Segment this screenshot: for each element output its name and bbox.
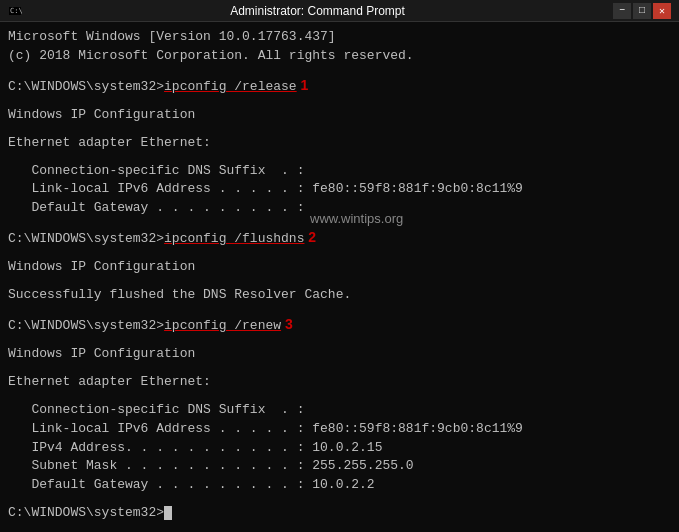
- terminal-line: Windows IP Configuration: [8, 345, 671, 364]
- close-button[interactable]: ✕: [653, 3, 671, 19]
- cursor: [164, 506, 172, 520]
- terminal-line: Windows IP Configuration: [8, 258, 671, 277]
- prompt-text: C:\WINDOWS\system32>: [8, 505, 164, 520]
- terminal-line: Microsoft Windows [Version 10.0.17763.43…: [8, 28, 671, 47]
- terminal-line: [8, 336, 671, 345]
- step-number: 2: [304, 229, 316, 245]
- terminal-line: Default Gateway . . . . . . . . . : 10.0…: [8, 476, 671, 495]
- title-bar: C:\ Administrator: Command Prompt − □ ✕: [0, 0, 679, 22]
- terminal-line: [8, 153, 671, 162]
- terminal-line: (c) 2018 Microsoft Corporation. All righ…: [8, 47, 671, 66]
- terminal-line: Successfully flushed the DNS Resolver Ca…: [8, 286, 671, 305]
- terminal-line: [8, 125, 671, 134]
- terminal-line: Link-local IPv6 Address . . . . . : fe80…: [8, 420, 671, 439]
- terminal-line: [8, 249, 671, 258]
- terminal-line: C:\WINDOWS\system32>ipconfig /renew 3: [8, 314, 671, 336]
- terminal-line: Windows IP Configuration: [8, 106, 671, 125]
- terminal-content: Microsoft Windows [Version 10.0.17763.43…: [8, 28, 671, 523]
- window-title: Administrator: Command Prompt: [28, 4, 607, 18]
- terminal-line: [8, 305, 671, 314]
- maximize-button[interactable]: □: [633, 3, 651, 19]
- cmd-icon: C:\: [8, 4, 22, 18]
- terminal-line: Connection-specific DNS Suffix . :: [8, 162, 671, 181]
- terminal-line: IPv4 Address. . . . . . . . . . . : 10.0…: [8, 439, 671, 458]
- step-number: 1: [297, 77, 309, 93]
- window-controls[interactable]: − □ ✕: [613, 3, 671, 19]
- watermark: www.wintips.org: [310, 210, 403, 229]
- terminal-area: Microsoft Windows [Version 10.0.17763.43…: [0, 22, 679, 532]
- terminal-line: C:\WINDOWS\system32>ipconfig /flushdns 2: [8, 227, 671, 249]
- minimize-button[interactable]: −: [613, 3, 631, 19]
- terminal-line: Link-local IPv6 Address . . . . . : fe80…: [8, 180, 671, 199]
- terminal-line: Connection-specific DNS Suffix . :: [8, 401, 671, 420]
- terminal-line: [8, 495, 671, 504]
- prompt-text: C:\WINDOWS\system32>: [8, 318, 164, 333]
- step-number: 3: [281, 316, 293, 332]
- command-text: ipconfig /flushdns: [164, 231, 304, 246]
- terminal-line: Ethernet adapter Ethernet:: [8, 373, 671, 392]
- terminal-line: C:\WINDOWS\system32>: [8, 504, 671, 523]
- terminal-line: Subnet Mask . . . . . . . . . . . : 255.…: [8, 457, 671, 476]
- command-text: ipconfig /release: [164, 79, 297, 94]
- command-text: ipconfig /renew: [164, 318, 281, 333]
- terminal-line: [8, 364, 671, 373]
- terminal-line: C:\WINDOWS\system32>ipconfig /release 1: [8, 75, 671, 97]
- svg-text:C:\: C:\: [10, 7, 22, 15]
- terminal-line: [8, 97, 671, 106]
- terminal-line: Ethernet adapter Ethernet:: [8, 134, 671, 153]
- terminal-line: [8, 66, 671, 75]
- terminal-line: [8, 392, 671, 401]
- terminal-line: [8, 277, 671, 286]
- prompt-text: C:\WINDOWS\system32>: [8, 231, 164, 246]
- prompt-text: C:\WINDOWS\system32>: [8, 79, 164, 94]
